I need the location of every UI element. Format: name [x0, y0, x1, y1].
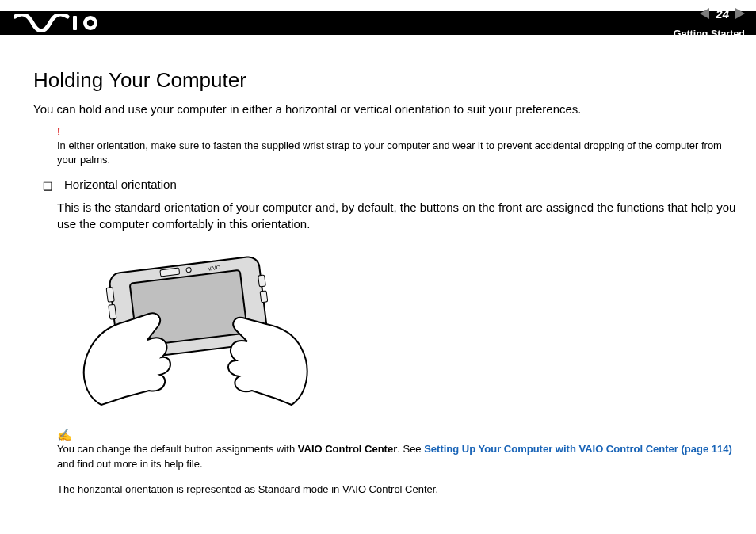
- svg-rect-8: [109, 304, 116, 319]
- after-note-post: .: [435, 483, 438, 495]
- lead-paragraph: You can hold and use your computer in ei…: [33, 102, 739, 116]
- note-icon: ✍: [57, 428, 739, 442]
- svg-rect-7: [106, 287, 114, 302]
- note-bold-1: VAIO Control Center: [298, 443, 397, 455]
- page-number: 24: [716, 7, 729, 21]
- note-block: ✍ You can change the default button assi…: [57, 428, 739, 472]
- svg-rect-10: [260, 291, 268, 303]
- warning-text: In either orientation, make sure to fast…: [57, 139, 739, 166]
- prev-page-arrow-icon[interactable]: [700, 8, 709, 19]
- after-note: The horizontal orientation is represente…: [57, 483, 739, 495]
- warning-icon: !: [57, 127, 739, 137]
- note-mid-2: and find out more in its help file.: [57, 458, 203, 470]
- bullet-label: Horizontal orientation: [64, 177, 177, 195]
- bullet-body: This is the standard orientation of your…: [57, 200, 739, 232]
- next-page-arrow-icon[interactable]: [735, 8, 745, 19]
- note-text: You can change the default button assign…: [57, 442, 739, 472]
- header-bar: 24 Getting Started: [0, 11, 756, 35]
- svg-rect-0: [73, 16, 77, 30]
- svg-point-6: [186, 267, 192, 273]
- warning-block: ! In either orientation, make sure to fa…: [57, 127, 739, 166]
- note-pre: You can change the default button assign…: [57, 443, 298, 455]
- section-label: Getting Started: [674, 29, 745, 40]
- page-content: Holding Your Computer You can hold and u…: [33, 68, 739, 495]
- note-mid-1: . See: [397, 443, 424, 455]
- vaio-logo: [14, 14, 101, 32]
- svg-rect-9: [258, 275, 266, 287]
- page-nav: 24: [700, 2, 745, 25]
- svg-point-2: [87, 20, 94, 26]
- orientation-illustration: VAIO: [54, 238, 323, 417]
- after-note-bold: VAIO Control Center: [342, 483, 436, 495]
- note-link[interactable]: Setting Up Your Computer with VAIO Contr…: [424, 443, 732, 455]
- after-note-pre: The horizontal orientation is represente…: [57, 483, 342, 495]
- bullet-glyph-icon: ❏: [43, 177, 53, 195]
- bullet-item: ❏ Horizontal orientation: [43, 177, 739, 195]
- page-title: Holding Your Computer: [33, 68, 739, 93]
